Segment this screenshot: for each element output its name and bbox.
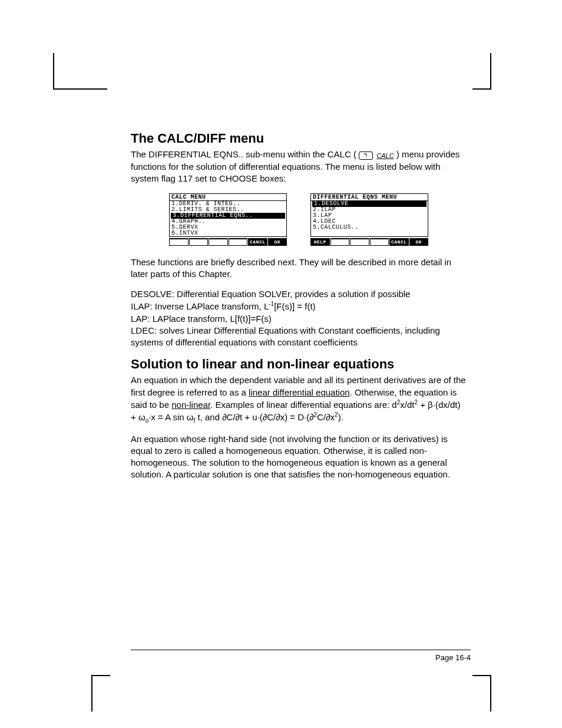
heading-solution-linear: Solution to linear and non-linear equati… [131,357,467,372]
function-definitions: DESOLVE: Differential Equation SOLVEr, p… [131,288,467,348]
p3-i: ). [338,412,343,422]
p3-d: x/dt [400,400,414,410]
softkey-blank [350,238,369,246]
calc-menu-screenshot: CALC MENU 1.DERIV. & INTEG.. 2.LIMITS & … [169,193,287,246]
diff-menu-blank [311,230,428,236]
softkey-help: HELP [310,238,330,246]
heading-calc-diff-menu: The CALC/DIFF menu [131,131,467,146]
linear-nonlinear-paragraph: An equation in which the dependent varia… [131,374,467,424]
left-shift-key-icon: ↰ [359,151,373,160]
softkey-blank [330,238,350,246]
softkey-ok: OK [268,238,287,246]
calc-key-icon: ↰ CALC [359,149,394,161]
softkey-row: HELP CANCL OK [310,238,428,246]
calculator-screenshots-row: CALC MENU 1.DERIV. & INTEG.. 2.LIMITS & … [131,193,467,246]
softkey-blank [169,238,189,246]
p3-f: ·x = A sin ω [148,412,193,422]
def-ilap-b: [F(s)] = f(t) [274,301,315,311]
crop-mark-top-right [472,53,491,90]
calc-menu-title: CALC MENU [170,194,286,201]
crop-mark-bottom-left [91,675,110,711]
softkey-blank [229,238,248,246]
page-content: The CALC/DIFF menu The DIFFERENTIAL EQNS… [131,131,467,489]
footer-rule [131,650,471,650]
def-ilap-a: ILAP: Inverse LAPlace transform, L [131,301,269,311]
p3-c: . Examples of linear differential equati… [210,400,397,410]
def-lap: LAP: LAPlace transform, L[f(t)]=F(s) [131,314,272,324]
p3-g: t, and ∂C/∂t + u·(∂C/∂x) = D·(∂ [195,412,313,422]
def-desolve: DESOLVE: Differential Equation SOLVEr, p… [131,289,410,299]
calc-key-label: CALC [376,152,394,159]
calc-menu-item: 6.INTVX [170,230,286,236]
softkey-blank [189,238,209,246]
p3-h: C/∂x [317,412,335,422]
diff-eqns-menu-title: DIFFERENTIAL EQNS MENU [311,194,428,201]
diff-eqns-menu-screenshot: DIFFERENTIAL EQNS MENU 1.DESOLVE 2.ILAP … [310,193,428,246]
softkey-cancel: CANCL [248,238,267,246]
softkey-blank [370,238,389,246]
p3-underline-2: non-linear [171,400,210,410]
softkey-row: CANCL OK [169,238,287,246]
diff-menu-item: 5.CALCULUS.. [311,225,428,230]
p3-underline-1: linear differential equation [249,387,350,397]
def-ilap-sup: -1 [269,301,274,307]
homogeneous-paragraph: An equation whose right-hand side (not i… [131,433,467,481]
page-number: Page 16-4 [435,653,471,662]
crop-mark-bottom-right [472,675,491,711]
def-ldec: LDEC: solves Linear Differential Equatio… [131,325,440,347]
softkey-cancel: CANCL [389,238,409,246]
intro-paragraph: The DIFFERENTIAL EQNS.. sub-menu within … [131,149,467,185]
brief-desc-paragraph: These functions are briefly described ne… [131,256,467,281]
intro-text-a: The DIFFERENTIAL EQNS.. sub-menu within … [131,149,356,159]
softkey-blank [209,238,228,246]
crop-mark-top-left [53,53,107,90]
softkey-ok: OK [409,238,429,246]
